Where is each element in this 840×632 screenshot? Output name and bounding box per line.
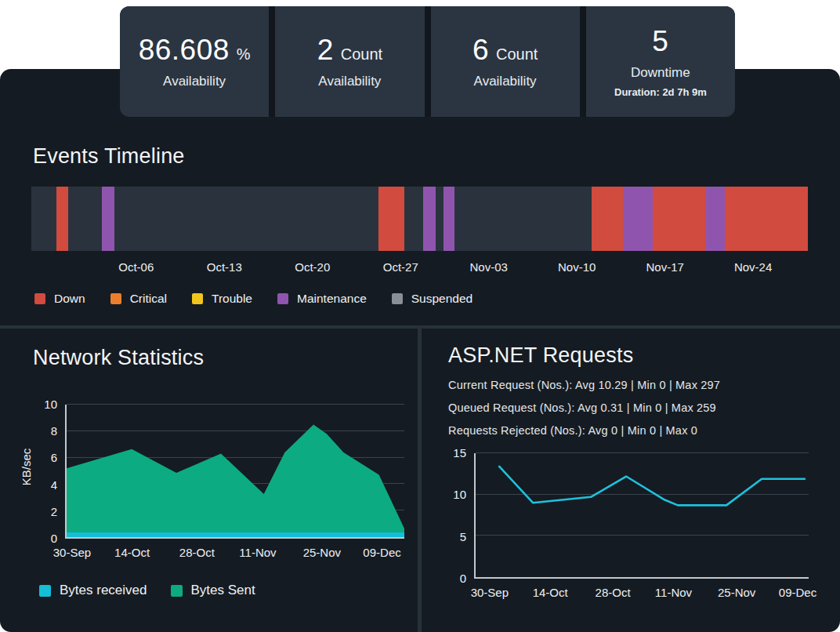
- stat-unit: %: [237, 45, 251, 64]
- stat-card-downtime: 5 Downtime Duration: 2d 7h 9m: [586, 6, 735, 117]
- dashboard-panel: Events Timeline Oct-06Oct-13Oct-20Oct-27…: [0, 69, 840, 632]
- legend-item-down[interactable]: Down: [34, 292, 85, 306]
- network-yaxis-title: KB/sec: [20, 428, 33, 507]
- stat-value-row: 6 Count: [472, 34, 538, 67]
- timeline-segment-down[interactable]: [56, 187, 68, 251]
- events-timeline-xaxis: Oct-06Oct-13Oct-20Oct-27Nov-03Nov-10Nov-…: [31, 260, 808, 276]
- xtick-label: 09-Dec: [779, 586, 816, 599]
- legend-label: Maintenance: [297, 292, 367, 306]
- stat-cards: 86.608 % Availability 2 Count Availabili…: [120, 6, 735, 117]
- aspnet-yaxis-labels: 051015: [435, 453, 466, 577]
- xtick-label: 30-Sep: [471, 586, 509, 599]
- timeline-segment-down[interactable]: [592, 187, 623, 251]
- aspnet-line-chart[interactable]: 051015 30-Sep14-Oct28-Oct11-Nov25-Nov09-…: [474, 453, 809, 579]
- aspnet-requests-title: ASP.NET Requests: [448, 343, 633, 368]
- stat-value-row: 5: [652, 25, 668, 58]
- legend-item-bytes-received[interactable]: Bytes received: [39, 583, 147, 598]
- events-timeline-bar: [31, 187, 808, 251]
- legend-label: Bytes received: [60, 583, 147, 598]
- stat-unit: Count: [341, 45, 382, 64]
- legend-item-maintenance[interactable]: Maintenance: [277, 292, 367, 306]
- legend-swatch-icon: [171, 585, 183, 597]
- timeline-xtick-label: Nov-03: [470, 260, 508, 274]
- timeline-segment-maintenance[interactable]: [423, 187, 436, 251]
- events-timeline-legend: DownCriticalTroubleMaintenanceSuspended: [34, 292, 472, 306]
- network-xaxis-labels: 30-Sep14-Oct28-Oct11-Nov25-Nov09-Dec: [67, 546, 404, 561]
- network-area-svg: [67, 405, 404, 537]
- legend-item-suspended[interactable]: Suspended: [392, 292, 472, 306]
- timeline-segment-maintenance[interactable]: [102, 187, 114, 251]
- legend-label: Down: [54, 292, 85, 306]
- stat-value: 2: [317, 34, 334, 67]
- bytes-received-area: [67, 532, 404, 537]
- xtick-label: 28-Oct: [179, 546, 215, 559]
- legend-swatch-icon: [392, 293, 403, 304]
- timeline-segment-down[interactable]: [653, 187, 706, 251]
- legend-swatch-icon: [192, 293, 203, 304]
- monitoring-dashboard: 86.608 % Availability 2 Count Availabili…: [0, 0, 840, 632]
- xtick-label: 14-Oct: [533, 586, 568, 599]
- legend-swatch-icon: [39, 585, 51, 597]
- legend-label: Suspended: [411, 292, 472, 306]
- xtick-label: 14-Oct: [114, 546, 150, 559]
- aspnet-line-svg: [476, 453, 809, 577]
- vertical-divider: [418, 329, 422, 632]
- timeline-xtick-label: Nov-10: [558, 260, 596, 274]
- stat-label: Availability: [163, 74, 226, 89]
- legend-label: Trouble: [212, 292, 252, 306]
- ytick-label: 6: [51, 451, 57, 465]
- legend-swatch-icon: [277, 293, 288, 304]
- stat-value: 86.608: [139, 34, 230, 67]
- ytick-label: 8: [51, 424, 57, 438]
- ytick-label: 5: [460, 530, 466, 544]
- stat-value: 6: [472, 34, 489, 67]
- ytick-label: 0: [51, 532, 57, 546]
- timeline-segment-maintenance[interactable]: [623, 187, 653, 251]
- stat-value-row: 2 Count: [317, 34, 382, 67]
- stat-value: 5: [652, 25, 668, 58]
- timeline-segment-maintenance[interactable]: [706, 187, 725, 251]
- stat-value-row: 86.608 %: [139, 34, 251, 67]
- timeline-xtick-label: Oct-20: [295, 260, 330, 274]
- aspnet-rejected-request-stat: Requests Rejected (Nos.): Avg 0 | Min 0 …: [448, 420, 720, 442]
- xtick-label: 11-Nov: [655, 586, 692, 599]
- events-timeline-title: Events Timeline: [33, 144, 185, 169]
- legend-item-trouble[interactable]: Trouble: [192, 292, 252, 306]
- timeline-segment-maintenance[interactable]: [444, 187, 454, 251]
- timeline-segment-down[interactable]: [378, 187, 404, 251]
- timeline-xtick-label: Nov-24: [734, 260, 772, 274]
- aspnet-current-request-stat: Current Request (Nos.): Avg 10.29 | Min …: [448, 374, 720, 397]
- downtime-duration: Duration: 2d 7h 9m: [614, 86, 707, 98]
- aspnet-queued-request-stat: Queued Request (Nos.): Avg 0.31 | Min 0 …: [448, 397, 720, 420]
- network-area-chart[interactable]: 0246810 30-Sep14-Oct28-Oct11-Nov25-Nov09…: [65, 405, 404, 539]
- legend-swatch-icon: [34, 293, 45, 304]
- ytick-label: 10: [44, 398, 57, 412]
- timeline-segment-down[interactable]: [725, 187, 808, 251]
- timeline-xtick-label: Oct-06: [118, 260, 154, 274]
- stat-card-availability-percent: 86.608 % Availability: [120, 6, 269, 117]
- stat-card-availability-count-2: 6 Count Availability: [431, 6, 580, 117]
- ytick-label: 2: [51, 505, 57, 519]
- legend-swatch-icon: [110, 293, 121, 304]
- xtick-label: 30-Sep: [53, 546, 91, 559]
- legend-item-critical[interactable]: Critical: [110, 292, 167, 306]
- xtick-label: 25-Nov: [718, 586, 755, 599]
- xtick-label: 28-Oct: [596, 586, 631, 599]
- timeline-xtick-label: Nov-17: [646, 260, 683, 274]
- timeline-xtick-label: Oct-27: [383, 260, 418, 274]
- stat-card-availability-count-1: 2 Count Availability: [275, 6, 424, 117]
- ytick-label: 0: [460, 572, 466, 586]
- xtick-label: 25-Nov: [303, 546, 341, 559]
- ytick-label: 10: [453, 488, 466, 502]
- legend-label: Critical: [130, 292, 167, 306]
- aspnet-stats: Current Request (Nos.): Avg 10.29 | Min …: [448, 374, 720, 442]
- network-statistics-title: Network Statistics: [33, 346, 204, 370]
- aspnet-xaxis-labels: 30-Sep14-Oct28-Oct11-Nov25-Nov09-Dec: [476, 586, 809, 601]
- timeline-xtick-label: Oct-13: [207, 260, 242, 274]
- legend-item-bytes-sent[interactable]: Bytes Sent: [171, 583, 255, 598]
- bytes-sent-area: [67, 424, 404, 537]
- stat-unit: Count: [496, 45, 538, 64]
- ytick-label: 15: [453, 446, 466, 460]
- current-request-line: [499, 467, 805, 505]
- legend-label: Bytes Sent: [191, 583, 255, 598]
